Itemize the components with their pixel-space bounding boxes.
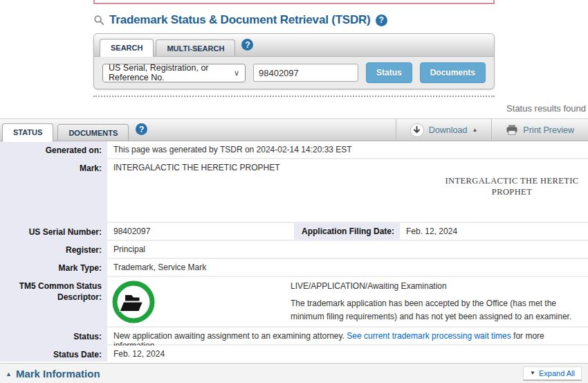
help-icon[interactable]: ?: [376, 15, 387, 26]
download-icon: [410, 123, 424, 137]
tab-search[interactable]: SEARCH: [100, 39, 154, 57]
mark-value: INTERGALACTIC THE HERETIC PROPHET: [113, 163, 279, 172]
table-row-status: Status: New application awaiting assignm…: [0, 328, 588, 344]
status-value-cell: New application awaiting assignment to a…: [107, 328, 588, 344]
collapse-caret-icon: ▲: [6, 370, 12, 377]
download-button[interactable]: Download ▲: [396, 119, 492, 141]
table-row-register: Register: Principal: [0, 241, 588, 258]
status-date-label: Status Date:: [0, 346, 107, 362]
top-search-area: Trademark Status & Document Retrieval (T…: [93, 0, 495, 97]
search-panel: SEARCH MULTI-SEARCH ? US Serial, Registr…: [93, 33, 495, 89]
print-preview-button[interactable]: Print Preview: [491, 119, 588, 141]
status-label: Status:: [0, 328, 107, 344]
tm5-status-description: The trademark application has been accep…: [291, 297, 580, 323]
status-button[interactable]: Status: [366, 62, 412, 83]
search-icon: [93, 15, 104, 26]
alert-box-remnant: [93, 0, 495, 4]
mark-image: INTERGALACTIC THE HERETIC PROPHET: [439, 176, 585, 197]
table-row-mark: Mark: INTERGALACTIC THE HERETIC PROPHET …: [0, 159, 588, 222]
mark-type-label: Mark Type:: [0, 259, 107, 276]
live-application-folder-icon: [111, 279, 156, 327]
status-toolbar: STATUS DOCUMENTS ? Download ▲: [0, 118, 588, 141]
status-date-value: Feb. 12, 2024: [107, 346, 588, 362]
help-icon[interactable]: ?: [241, 39, 253, 51]
toolbar-actions: Download ▲ Print Preview: [396, 119, 588, 141]
table-row-generated: Generated on: This page was generated by…: [0, 141, 588, 158]
tm5-label: TM5 Common Status Descriptor:: [0, 277, 107, 326]
page-header: Trademark Status & Document Retrieval (T…: [93, 12, 495, 28]
page-title: Trademark Status & Document Retrieval (T…: [109, 13, 371, 27]
mark-type-value: Trademark, Service Mark: [107, 259, 588, 276]
table-row-mark-type: Mark Type: Trademark, Service Mark: [0, 259, 588, 276]
search-tabstrip: SEARCH MULTI-SEARCH ?: [94, 34, 494, 57]
search-type-selected-value: US Serial, Registration, or Reference No…: [109, 63, 234, 82]
download-label: Download: [429, 125, 468, 135]
tab-status[interactable]: STATUS: [2, 123, 53, 142]
print-preview-label: Print Preview: [523, 125, 574, 135]
chevron-down-icon: ∨: [234, 69, 239, 78]
generated-on-value: This page was generated by TSDR on 2024-…: [107, 141, 588, 158]
processing-wait-times-link[interactable]: See current trademark processing wait ti…: [347, 331, 511, 341]
table-row-serial: US Serial Number: 98402097 Application F…: [0, 223, 588, 240]
tm5-status-block: LIVE/APPLICATION/Awaiting Examination Th…: [291, 281, 580, 323]
status-details-table: Generated on: This page was generated by…: [0, 141, 588, 362]
mark-information-bar: ▲ Mark Information ▼ Expand All: [0, 363, 588, 383]
tab-multi-search[interactable]: MULTI-SEARCH: [156, 39, 235, 56]
results-status-text: Status results found: [0, 97, 588, 118]
serial-number-value: 98402097: [107, 223, 294, 240]
table-row-tm5: TM5 Common Status Descriptor: LIVE/APPLI…: [0, 277, 588, 326]
mark-information-header[interactable]: ▲ Mark Information: [6, 368, 100, 380]
mark-label: Mark:: [0, 159, 107, 222]
table-row-status-date: Status Date: Feb. 12, 2024: [0, 346, 588, 362]
expand-all-label: Expand All: [539, 369, 575, 377]
printer-icon: [506, 125, 518, 135]
search-form: US Serial, Registration, or Reference No…: [94, 57, 494, 89]
tm5-value-cell: LIVE/APPLICATION/Awaiting Examination Th…: [107, 277, 588, 326]
register-value: Principal: [107, 241, 588, 258]
caret-up-icon: ▲: [472, 127, 477, 133]
documents-button[interactable]: Documents: [420, 62, 486, 83]
filing-date-label: Application Filing Date:: [294, 223, 400, 240]
expand-caret-icon: ▼: [530, 370, 535, 376]
tab-documents[interactable]: DOCUMENTS: [57, 124, 129, 141]
mark-information-title: Mark Information: [16, 368, 100, 380]
serial-number-label: US Serial Number:: [0, 223, 107, 240]
generated-on-label: Generated on:: [0, 141, 107, 158]
tm5-status-value: LIVE/APPLICATION/Awaiting Examination: [291, 281, 580, 291]
filing-date-value: Feb. 12, 2024: [400, 223, 588, 240]
expand-all-button[interactable]: ▼ Expand All: [523, 366, 582, 381]
status-value-text: New application awaiting assignment to a…: [113, 331, 347, 341]
register-label: Register:: [0, 241, 107, 258]
serial-number-input[interactable]: [253, 64, 358, 82]
help-icon[interactable]: ?: [136, 123, 147, 135]
status-results-section: STATUS DOCUMENTS ? Download ▲: [0, 118, 588, 383]
mark-value-cell: INTERGALACTIC THE HERETIC PROPHET INTERG…: [107, 159, 588, 222]
search-type-select[interactable]: US Serial, Registration, or Reference No…: [102, 64, 246, 82]
